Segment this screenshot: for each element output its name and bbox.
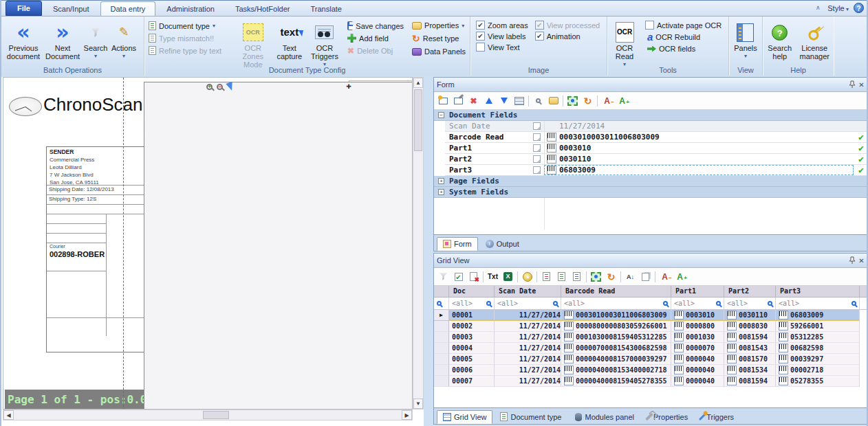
grid-cell-p2[interactable]: 0081534: [724, 365, 776, 376]
next-document-button[interactable]: Next Document: [43, 19, 82, 62]
tab-form[interactable]: Form: [437, 237, 478, 251]
grid-cell-date[interactable]: 11/27/2014: [495, 332, 561, 343]
activate-page-ocr-checkbox[interactable]: Activate page OCR: [645, 21, 721, 30]
search-icon[interactable]: [663, 301, 668, 306]
column-header-part2[interactable]: Part2: [724, 286, 776, 297]
grid-row[interactable]: 0000111/27/20140003010003011006803009000…: [434, 310, 868, 321]
insert-record-icon[interactable]: [453, 95, 464, 106]
form-field-row[interactable]: Scan Date11/27/2014: [445, 121, 868, 132]
font-increase-icon[interactable]: [674, 271, 686, 282]
search-icon[interactable]: [553, 301, 558, 306]
row-selector[interactable]: [434, 343, 449, 354]
grid-cell-p1[interactable]: 0001030: [671, 332, 724, 343]
grid-cell-date[interactable]: 11/27/2014: [495, 365, 561, 376]
scroll-right-icon[interactable]: [402, 410, 412, 420]
filter-cell[interactable]: <all>: [561, 298, 671, 309]
grid-cell-doc[interactable]: 00007: [449, 376, 495, 387]
row-selector[interactable]: [434, 354, 449, 365]
search-icon[interactable]: [716, 301, 721, 306]
grid-cell-p1[interactable]: 0003010: [671, 310, 724, 321]
row-selector[interactable]: [434, 332, 449, 343]
zoom-out-icon[interactable]: [217, 84, 223, 90]
grid-row[interactable]: 0000611/27/20140000040008153400002718000…: [434, 365, 868, 376]
tab-grid-view[interactable]: Grid View: [437, 410, 492, 424]
column-header-scan-date[interactable]: Scan Date: [495, 286, 561, 297]
grid-cell-barcode[interactable]: 0003010003011006803009: [561, 310, 671, 321]
note-icon[interactable]: [533, 155, 541, 163]
form-field-row[interactable]: Part20030110: [445, 154, 868, 165]
grid-cell-barcode[interactable]: 0000040008159405278355: [561, 376, 671, 387]
txt-export-icon[interactable]: Txt: [487, 271, 499, 282]
fit-page-icon[interactable]: [144, 82, 413, 410]
tab-file[interactable]: File: [6, 1, 42, 16]
license-manager-button[interactable]: License manager: [798, 19, 832, 62]
note-icon[interactable]: [533, 144, 541, 152]
field-value[interactable]: 06803009: [559, 166, 596, 175]
tab-data-entry[interactable]: Data entry: [100, 1, 156, 16]
add-record-icon[interactable]: [437, 95, 449, 106]
type-mismatch-button[interactable]: Type mismatch!!: [147, 33, 231, 43]
close-icon[interactable]: [857, 256, 866, 265]
sort-icon[interactable]: [625, 271, 636, 282]
filter-clear-icon[interactable]: [437, 271, 449, 282]
row-selector[interactable]: [434, 310, 449, 321]
move-down-icon[interactable]: [498, 95, 510, 106]
grid-cell-p1[interactable]: 0000800: [671, 321, 724, 332]
cd-export-icon[interactable]: [521, 271, 533, 282]
horizontal-scroll-thumb[interactable]: [203, 411, 229, 419]
filter-cell[interactable]: [434, 298, 449, 309]
view-text-checkbox[interactable]: View Text: [476, 43, 528, 52]
scroll-left-icon[interactable]: [3, 410, 14, 420]
zone-view-icon[interactable]: [567, 95, 578, 106]
view-labels-checkbox[interactable]: View labels: [476, 32, 528, 41]
move-up-icon[interactable]: [483, 95, 495, 106]
grid-cell-doc[interactable]: 00001: [449, 310, 495, 321]
grid-cell-p2[interactable]: 0008030: [724, 321, 776, 332]
pin-icon[interactable]: [847, 256, 857, 265]
row-selector[interactable]: [434, 365, 449, 376]
document-type-button[interactable]: Document type: [147, 21, 231, 31]
grid-cell-barcode[interactable]: 0000070008154300682598: [561, 343, 671, 354]
search-icon[interactable]: [486, 301, 491, 306]
filter-cell[interactable]: <all>: [724, 298, 776, 309]
row-selector[interactable]: [434, 321, 449, 332]
filter-cell[interactable]: <all>: [495, 298, 561, 309]
section-page-fields[interactable]: + Page Fields: [434, 176, 868, 187]
refresh-icon[interactable]: [582, 95, 594, 106]
grid-row[interactable]: 0000211/27/20140000800000803059266001000…: [434, 321, 868, 332]
grid-cell-doc[interactable]: 00002: [449, 321, 495, 332]
grid-cell-p3[interactable]: 59266001: [776, 321, 860, 332]
grid-cell-barcode[interactable]: 0001030008159405312285: [561, 332, 671, 343]
preview-icon[interactable]: [640, 271, 651, 282]
scroll-up-icon[interactable]: [413, 78, 423, 88]
document-image-area[interactable]: ChronoScan 12S 0003010003011006803009 SE…: [3, 77, 413, 410]
grid-row[interactable]: 0000511/27/20140000040008157000039297000…: [434, 354, 868, 365]
validate-icon[interactable]: [453, 271, 464, 282]
ocr-zones-mode-button[interactable]: OCR OCR Zones Mode: [235, 19, 271, 70]
grid-cell-p2[interactable]: 0081543: [724, 343, 776, 354]
actions-button[interactable]: Actions: [109, 19, 138, 62]
report-red-icon[interactable]: [541, 271, 552, 282]
font-decrease-icon[interactable]: [659, 271, 671, 282]
viewer-vertical-scrollbar[interactable]: [413, 77, 424, 410]
font-decrease-icon[interactable]: [601, 95, 613, 106]
column-header-part1[interactable]: Part1: [671, 286, 724, 297]
help-icon[interactable]: [854, 3, 864, 13]
grid-cell-doc[interactable]: 00006: [449, 365, 495, 376]
field-value[interactable]: 0003010: [559, 144, 591, 153]
grid-row[interactable]: 0000311/27/20140001030008159405312285000…: [434, 332, 868, 343]
search-record-icon[interactable]: [532, 95, 544, 106]
grid-cell-date[interactable]: 11/27/2014: [495, 310, 561, 321]
column-header-part3[interactable]: Part3: [776, 286, 860, 297]
field-value[interactable]: 0003010003011006803009: [559, 133, 660, 142]
grid-cell-p3[interactable]: 00002718: [776, 365, 860, 376]
row-selector[interactable]: [434, 376, 449, 387]
grid-cell-p2[interactable]: 0081570: [724, 354, 776, 365]
column-header-doc[interactable]: Doc: [449, 286, 495, 297]
note-icon[interactable]: [533, 133, 541, 141]
zone-view-icon[interactable]: [590, 271, 602, 282]
grid-cell-p2[interactable]: 0030110: [724, 310, 776, 321]
grid-cell-date[interactable]: 11/27/2014: [495, 321, 561, 332]
tab-document-type[interactable]: Document type: [494, 410, 567, 424]
filter-cell[interactable]: <all>: [449, 298, 495, 309]
